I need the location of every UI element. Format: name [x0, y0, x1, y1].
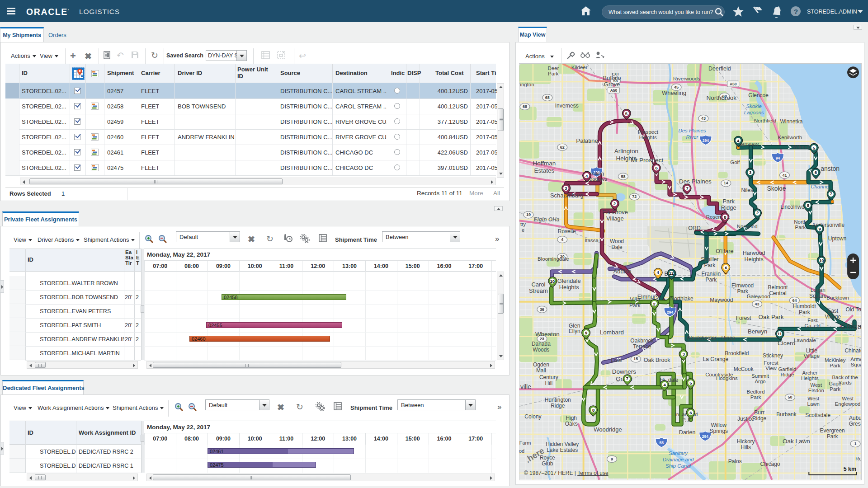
svg-text:Palatine: Palatine: [576, 137, 598, 144]
svg-text:Gage: Gage: [829, 381, 841, 386]
svg-text:Logan: Logan: [811, 287, 826, 293]
svg-text:Old Tow: Old Tow: [846, 306, 862, 313]
svg-text:Norwood: Norwood: [737, 224, 758, 229]
svg-text:Chica: Chica: [840, 322, 862, 331]
svg-text:Springs: Springs: [710, 428, 728, 434]
svg-text:4: 4: [657, 270, 660, 275]
svg-text:© 1987–2017 HERE | Terms of us: © 1987–2017 HERE | Terms of use: [524, 470, 609, 476]
svg-text:Hidden Valley: Hidden Valley: [546, 441, 579, 447]
svg-text:Village: Village: [803, 353, 820, 359]
svg-text:A50: A50: [730, 82, 737, 86]
svg-text:15: 15: [633, 357, 638, 361]
svg-text:Addiso: Addiso: [613, 268, 632, 275]
svg-text:Des Plaines: Des Plaines: [678, 128, 706, 133]
svg-text:Ridge: Ridge: [780, 372, 794, 377]
svg-text:Northlake: Northlake: [670, 296, 693, 302]
svg-text:Oaks: Oaks: [565, 421, 578, 427]
svg-text:Riverwoods: Riverwoods: [673, 76, 700, 81]
svg-text:Elgin OHa: Elgin OHa: [533, 216, 559, 223]
svg-text:Oak Brook: Oak Brook: [644, 357, 671, 363]
svg-text:Huntington: Huntington: [545, 397, 571, 403]
svg-text:Lombard: Lombard: [600, 329, 624, 336]
svg-text:Central: Central: [769, 290, 787, 296]
svg-text:Square: Square: [809, 293, 827, 299]
svg-text:Kildeer: Kildeer: [571, 65, 588, 70]
svg-text:Gresh: Gresh: [849, 421, 862, 427]
svg-text:Winnetka: Winnetka: [780, 118, 802, 125]
svg-text:Brookfield: Brookfield: [725, 351, 749, 357]
svg-text:3: 3: [749, 170, 751, 175]
svg-text:2: 2: [613, 201, 616, 206]
svg-text:Grove: Grove: [604, 81, 620, 88]
svg-text:Drainage and: Drainage and: [663, 457, 694, 462]
svg-text:Deerfield: Deerfield: [708, 66, 731, 72]
svg-text:8: 8: [807, 203, 809, 208]
svg-text:4: 4: [664, 382, 666, 387]
svg-text:East: East: [827, 308, 839, 314]
svg-text:8: 8: [592, 408, 594, 413]
svg-text:Berwyn: Berwyn: [748, 328, 767, 335]
svg-text:High: High: [566, 415, 577, 421]
svg-text:43: 43: [755, 302, 760, 306]
svg-text:McKinley: McKinley: [825, 357, 846, 363]
svg-text:Century: Century: [539, 374, 558, 380]
svg-text:Golf: Golf: [730, 160, 740, 165]
svg-text:Carol: Carol: [531, 281, 545, 288]
svg-text:Northfield: Northfield: [754, 118, 776, 123]
svg-text:Northbrook: Northbrook: [707, 94, 737, 101]
svg-text:Lisle: Lisle: [611, 357, 622, 363]
svg-text:Wood: Wood: [610, 238, 624, 244]
svg-text:Park: Park: [827, 433, 838, 440]
svg-text:94: 94: [776, 156, 780, 160]
svg-text:Scottsdale: Scottsdale: [805, 412, 830, 418]
svg-text:Ros: Ros: [855, 456, 862, 461]
svg-text:Hoffman: Hoffman: [533, 160, 556, 167]
svg-text:arrington: arrington: [519, 82, 534, 87]
svg-text:294: 294: [702, 434, 708, 439]
svg-text:Heights: Heights: [559, 284, 579, 291]
svg-text:43: 43: [701, 116, 706, 121]
svg-text:e: e: [522, 227, 524, 233]
svg-text:McCook: McCook: [734, 366, 754, 372]
svg-text:Hodgkins: Hodgkins: [716, 375, 738, 381]
svg-text:7: 7: [686, 186, 688, 191]
svg-text:Niles: Niles: [741, 187, 753, 193]
svg-text:72: 72: [632, 194, 637, 199]
svg-text:Dale: Dale: [611, 244, 623, 250]
svg-text:Park: Park: [704, 262, 716, 268]
svg-text:Heights: Heights: [745, 256, 764, 263]
svg-text:6: 6: [656, 165, 658, 170]
svg-text:68: 68: [523, 104, 527, 109]
svg-text:Darien: Darien: [679, 429, 696, 436]
svg-text:ORD: ORD: [688, 225, 701, 231]
svg-text:Park: Park: [799, 309, 810, 315]
svg-text:Bucktown: Bucktown: [826, 295, 849, 300]
svg-text:Channe: Channe: [811, 184, 829, 189]
svg-text:58: 58: [621, 174, 625, 179]
svg-text:4: 4: [737, 138, 740, 143]
svg-text:East: East: [807, 318, 817, 323]
svg-text:Schiller: Schiller: [701, 256, 718, 263]
svg-text:Aubur: Aubur: [849, 415, 862, 421]
svg-text:Burr: Burr: [754, 409, 764, 416]
svg-text:Argo: Argo: [755, 379, 765, 384]
svg-text:Hines: Hines: [721, 335, 735, 341]
svg-text:68: 68: [545, 95, 550, 100]
svg-text:3: 3: [565, 186, 567, 191]
svg-text:Glencoe: Glencoe: [748, 92, 769, 99]
svg-text:5: 5: [689, 380, 692, 385]
svg-text:Glendale: Glendale: [557, 277, 581, 284]
svg-text:Arlington: Arlington: [614, 148, 638, 155]
svg-text:Galewood: Galewood: [747, 294, 770, 299]
svg-text:od: od: [519, 448, 524, 454]
svg-text:Deer: Deer: [547, 66, 559, 71]
svg-text:5 km: 5 km: [844, 466, 856, 472]
svg-text:Sanitary: Sanitary: [669, 450, 688, 456]
svg-text:Downers: Downers: [612, 368, 636, 375]
svg-text:10: 10: [550, 279, 555, 284]
svg-text:Park: Park: [706, 277, 717, 283]
svg-text:294: 294: [703, 138, 709, 143]
svg-text:Archer: Archer: [802, 370, 817, 375]
svg-text:Itasca: Itasca: [585, 238, 599, 243]
svg-text:Belmont: Belmont: [768, 284, 788, 291]
